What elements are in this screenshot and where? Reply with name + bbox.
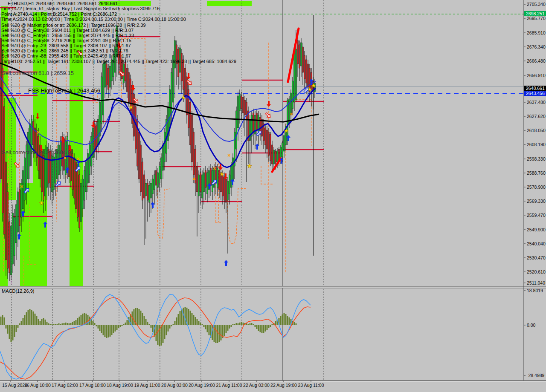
cross-icon: × <box>227 152 231 159</box>
signal-info-row: Line:1472 | tema_h1_status: Buy | Last S… <box>1 6 160 11</box>
macd-histogram-bar <box>229 325 230 329</box>
level-label: Sell correction 38.2 | 2604.01 <box>2 149 74 156</box>
candle-body <box>273 150 275 164</box>
macd-histogram-bar <box>33 311 34 325</box>
mt4-chart-window[interactable]: ★★★★★★★★××××××××ETHUSD,H1 2648.661 2648.… <box>0 0 546 392</box>
macd-histogram-bar <box>195 317 196 325</box>
text-highlight <box>207 1 252 6</box>
star-icon: ★ <box>284 127 289 134</box>
candle-body <box>99 102 101 136</box>
macd-histogram-bar <box>9 325 10 339</box>
candle-body <box>192 115 193 162</box>
price-tick-label: 2676.340 <box>527 44 546 49</box>
macd-histogram-bar <box>106 325 107 338</box>
candle-body <box>45 149 46 196</box>
macd-histogram-bar <box>180 311 181 325</box>
cross-icon: × <box>213 165 216 172</box>
candle-body <box>267 130 268 149</box>
macd-histogram-bar <box>149 324 150 325</box>
macd-histogram-bar <box>99 325 101 331</box>
time-tick-label: 17 Aug 18:00 <box>79 383 106 388</box>
macd-histogram-bar <box>250 323 251 325</box>
macd-histogram-bar <box>94 323 96 325</box>
macd-histogram-bar <box>275 321 276 325</box>
price-tick-label: 2549.900 <box>527 227 546 232</box>
macd-histogram-bar <box>144 316 145 325</box>
candle-body <box>19 190 20 226</box>
candle-body <box>105 62 106 87</box>
macd-histogram-bar <box>151 325 152 328</box>
price-tick-label: 2608.190 <box>527 142 546 147</box>
macd-histogram-bar <box>169 325 171 329</box>
macd-histogram-bar <box>24 315 26 325</box>
macd-histogram-bar <box>43 318 44 325</box>
macd-histogram-bar <box>38 319 39 325</box>
macd-histogram-bar <box>113 325 114 333</box>
macd-histogram-bar <box>65 323 67 325</box>
star-icon: ★ <box>247 163 252 169</box>
signal-info-row: Sell %20 @ Market price or at: 2686.172 … <box>1 23 146 28</box>
macd-histogram-bar <box>81 315 82 325</box>
time-tick-label: 17 Aug 02:00 <box>52 383 78 388</box>
candle-body <box>144 175 145 198</box>
price-tick-label: 2578.900 <box>527 184 546 190</box>
candle-body <box>79 175 80 228</box>
price-tick-label: 2705.340 <box>527 2 546 7</box>
candle-body <box>193 132 195 175</box>
macd-histogram-bar <box>198 321 200 325</box>
candle-body <box>50 151 51 187</box>
macd-histogram-bar <box>193 315 195 325</box>
candle-body <box>106 64 107 85</box>
macd-histogram-bar <box>285 314 287 325</box>
candle-body <box>224 177 225 200</box>
candle-body <box>200 173 201 192</box>
candle-body <box>163 145 164 170</box>
candle-body <box>250 119 251 141</box>
candle-body <box>301 43 302 66</box>
star-icon: ★ <box>181 94 186 101</box>
macd-histogram-bar <box>96 325 97 326</box>
time-tick-label: 22 Aug 19:00 <box>270 383 297 388</box>
candle-body <box>98 119 99 145</box>
macd-histogram-bar <box>161 325 162 346</box>
candle-body <box>157 173 159 187</box>
macd-histogram-bar <box>17 325 19 328</box>
macd-histogram-bar <box>270 325 271 327</box>
macd-histogram-bar <box>268 325 270 328</box>
macd-histogram-bar <box>142 313 143 325</box>
macd-histogram-bar <box>139 309 140 325</box>
macd-histogram-bar <box>108 325 109 337</box>
macd-histogram-bar <box>260 325 261 332</box>
macd-histogram-bar <box>205 325 206 329</box>
macd-histogram-bar <box>127 320 128 325</box>
candle-body <box>86 162 87 192</box>
macd-histogram-bar <box>40 321 41 325</box>
candle-body <box>308 64 309 87</box>
macd-histogram-bar <box>122 325 123 326</box>
candle-body <box>229 175 230 194</box>
candle-body <box>246 102 247 119</box>
candle-body <box>275 151 276 163</box>
candle-body <box>222 175 224 196</box>
macd-histogram-bar <box>12 325 14 340</box>
price-tick-label: 2627.620 <box>527 114 546 119</box>
candle-body <box>135 107 136 149</box>
macd-histogram-bar <box>2 315 3 325</box>
price-chart-canvas[interactable]: ★★★★★★★★××××××××ETHUSD,H1 2648.661 2648.… <box>0 0 546 392</box>
price-tick-label: 2637.480 <box>527 100 546 105</box>
macd-histogram-bar <box>64 323 65 325</box>
candle-body <box>304 55 305 79</box>
candle-body <box>4 107 5 234</box>
macd-histogram-bar <box>251 323 253 325</box>
macd-histogram-bar <box>157 325 159 345</box>
macd-histogram-bar <box>243 323 244 325</box>
macd-histogram-bar <box>289 317 290 325</box>
macd-histogram-bar <box>224 325 225 336</box>
candle-body <box>207 173 208 194</box>
macd-histogram-bar <box>26 312 27 325</box>
macd-histogram-bar <box>31 310 32 325</box>
macd-histogram-bar <box>280 316 282 325</box>
macd-histogram-bar <box>69 323 70 325</box>
candle-body <box>238 96 239 128</box>
candle-body <box>81 183 82 222</box>
